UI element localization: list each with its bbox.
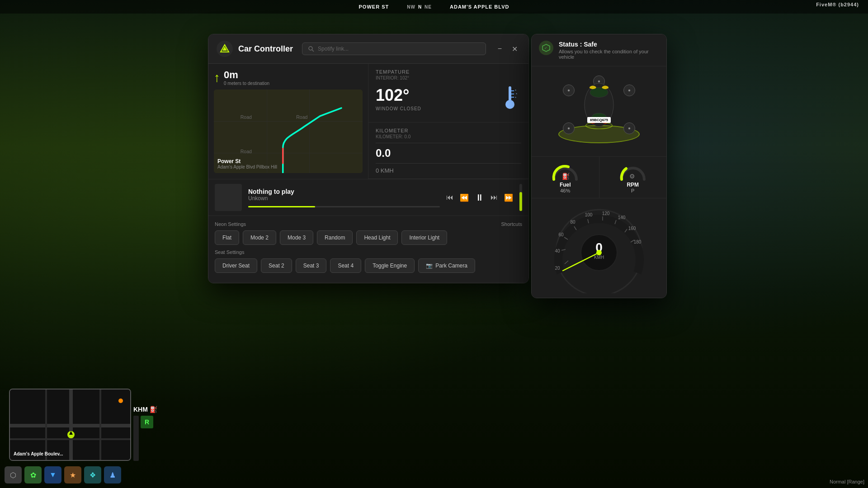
svg-text:✓: ✓ bbox=[544, 46, 547, 50]
svg-text:40: 40 bbox=[555, 249, 560, 253]
fuel-arc-svg: ⛽ bbox=[549, 161, 581, 182]
buttons-section: Neon Settings Shortcuts Flat Mode 2 Mode… bbox=[208, 216, 528, 283]
right-panel: ✓ Status : Safe Allows you to check the … bbox=[531, 34, 667, 298]
minimap-bg: Adam's Apple Boulev... bbox=[10, 389, 130, 460]
svg-text:160: 160 bbox=[628, 226, 636, 231]
seat-label: Seat Settings bbox=[215, 249, 244, 255]
svg-point-2 bbox=[309, 47, 312, 50]
nav-subtitle: 0 meters to destination bbox=[224, 81, 269, 86]
mode2-button[interactable]: Mode 2 bbox=[243, 230, 276, 245]
temperature-icon: * * * bbox=[499, 84, 521, 114]
temp-value: 102° bbox=[376, 87, 421, 103]
svg-point-15 bbox=[505, 100, 514, 109]
music-volume-bar[interactable] bbox=[519, 184, 522, 211]
temp-label: Tempature bbox=[376, 69, 521, 75]
music-play-button[interactable]: ⏸ bbox=[475, 192, 484, 203]
svg-text:*: * bbox=[515, 96, 516, 100]
music-thumbnail bbox=[215, 184, 242, 211]
music-progress-bar[interactable] bbox=[248, 206, 440, 207]
temp-sublabel: INTERIOR: 102° bbox=[376, 75, 521, 80]
compass: NW N NE bbox=[407, 5, 432, 9]
temperature-section: Tempature INTERIOR: 102° 102° WINDOW CLO… bbox=[368, 64, 528, 122]
park-camera-button[interactable]: 📷 Park Camera bbox=[418, 258, 475, 273]
right-info-column: Tempature INTERIOR: 102° 102° WINDOW CLO… bbox=[368, 64, 528, 179]
svg-rect-14 bbox=[509, 86, 511, 101]
car-view: ● ● ● ● ● bbox=[532, 66, 666, 157]
toolbar-icon-2[interactable]: ✿ bbox=[24, 466, 42, 483]
nav-footer: Power St Adam's Apple Blvd Pillbox Hill bbox=[217, 158, 277, 169]
rpm-label: RPM bbox=[627, 182, 639, 188]
svg-text:KMH: KMH bbox=[594, 255, 604, 260]
nav-map: Road Road Road Power St Adam's Apple Blv… bbox=[214, 89, 363, 173]
window-status: WINDOW CLOSED bbox=[376, 106, 421, 111]
km-sublabel: KILOMETER: 0.0 bbox=[376, 134, 521, 139]
toolbar-icon-3[interactable]: ▼ bbox=[44, 466, 61, 483]
modal-title: Car Controller bbox=[238, 44, 293, 54]
speedometer-svg: 20 40 60 80 100 120 140 bbox=[549, 203, 649, 293]
khm-label: KHM bbox=[133, 406, 148, 413]
navigation-section: ↑ 0m 0 meters to destination Road bbox=[208, 64, 368, 179]
svg-text:Road: Road bbox=[241, 149, 252, 154]
toolbar-icon-1[interactable]: ⬡ bbox=[5, 466, 22, 483]
music-title: Nothing to play bbox=[248, 188, 440, 195]
svg-text:120: 120 bbox=[602, 211, 610, 216]
nav-distance: 0m bbox=[224, 69, 269, 81]
shield-icon: ✓ bbox=[542, 44, 550, 52]
speedometer: 20 40 60 80 100 120 140 bbox=[532, 198, 666, 298]
neon-label: Neon Settings bbox=[215, 221, 246, 227]
search-bar[interactable]: Spotify link... bbox=[302, 42, 486, 55]
seat-buttons: Driver Seat Seat 2 Seat 3 Seat 4 Toggle … bbox=[215, 258, 522, 273]
status-icon: ✓ bbox=[539, 41, 553, 55]
status-bar: ✓ Status : Safe Allows you to check the … bbox=[532, 34, 666, 66]
mode3-button[interactable]: Mode 3 bbox=[280, 230, 313, 245]
seat-header: Seat Settings bbox=[215, 249, 522, 255]
seat2-button[interactable]: Seat 2 bbox=[261, 258, 292, 273]
modal-controls: − ✕ bbox=[495, 44, 520, 54]
fuel-value: 46% bbox=[560, 188, 570, 193]
status-title: Status : Safe bbox=[559, 41, 659, 48]
gauges-row: ⛽ Fuel 46% ⚙ RPM P bbox=[532, 157, 666, 198]
svg-point-66 bbox=[118, 399, 123, 403]
license-plate: 85BCQ675 bbox=[587, 117, 611, 123]
headlight-button[interactable]: Head Light bbox=[356, 230, 398, 245]
seat3-button[interactable]: Seat 3 bbox=[296, 258, 327, 273]
driver-seat-button[interactable]: Driver Seat bbox=[215, 258, 257, 273]
toolbar-icon-4[interactable]: ★ bbox=[64, 466, 81, 483]
fivem-badge: FiveM® (b2944) bbox=[816, 2, 859, 7]
close-button[interactable]: ✕ bbox=[509, 44, 520, 54]
toggle-engine-button[interactable]: Toggle Engine bbox=[365, 258, 415, 273]
modal-title-area: Car Controller bbox=[217, 41, 293, 57]
svg-text:Road: Road bbox=[296, 114, 307, 120]
svg-text:20: 20 bbox=[555, 266, 560, 271]
car-platform: ● ● ● ● ● bbox=[554, 75, 644, 148]
toolbar-icon-5[interactable]: ❖ bbox=[84, 466, 101, 483]
logo-icon bbox=[220, 44, 230, 54]
svg-text:100: 100 bbox=[585, 212, 593, 217]
svg-text:⛽: ⛽ bbox=[562, 173, 570, 180]
toolbar-icon-6[interactable]: ♟ bbox=[104, 466, 121, 483]
camera-icon: 📷 bbox=[426, 263, 433, 269]
music-info: Nothing to play Unkown bbox=[248, 188, 440, 207]
music-prev-button[interactable]: ⏮ bbox=[446, 193, 453, 202]
interior-light-button[interactable]: Interior Light bbox=[401, 230, 447, 245]
music-next-button[interactable]: ⏭ bbox=[491, 193, 498, 202]
fuel-gauge: ⛽ Fuel 46% bbox=[532, 157, 599, 198]
speedo-container: 20 40 60 80 100 120 140 bbox=[549, 203, 649, 293]
seat4-button[interactable]: Seat 4 bbox=[330, 258, 361, 273]
svg-text:80: 80 bbox=[570, 220, 576, 225]
music-artist: Unkown bbox=[248, 195, 440, 202]
hud-bottom-info: KHM ⛽ R bbox=[133, 406, 157, 461]
minimize-button[interactable]: − bbox=[495, 44, 505, 54]
random-button[interactable]: Random bbox=[317, 230, 353, 245]
rpm-value: P bbox=[631, 188, 634, 193]
flat-button[interactable]: Flat bbox=[215, 230, 239, 245]
svg-line-3 bbox=[312, 50, 314, 52]
svg-point-27 bbox=[590, 85, 596, 89]
search-placeholder: Spotify link... bbox=[318, 46, 349, 52]
modal-body: ↑ 0m 0 meters to destination Road bbox=[208, 64, 528, 283]
music-back-button[interactable]: ⏪ bbox=[460, 193, 469, 202]
compass-ne: NE bbox=[425, 5, 432, 9]
modal-header: Car Controller Spotify link... − ✕ bbox=[208, 34, 528, 64]
minimap-street-label: Adam's Apple Boulev... bbox=[14, 451, 63, 456]
music-forward-button[interactable]: ⏩ bbox=[504, 193, 513, 202]
